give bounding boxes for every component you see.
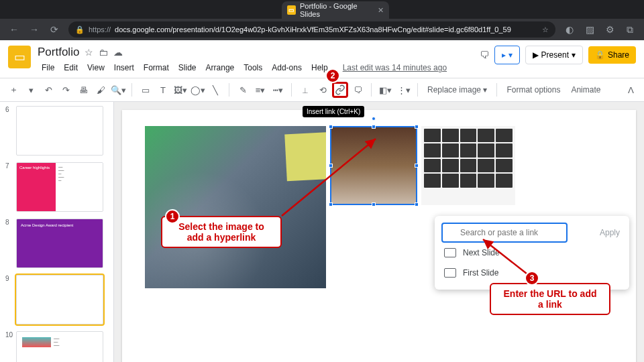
print-button[interactable]: 🖶 bbox=[75, 82, 91, 98]
undo-button[interactable]: ↶ bbox=[40, 82, 56, 98]
slide-thumb-7[interactable]: Career highlights━━━━━━━━━━━━━━━ bbox=[16, 162, 103, 212]
url-prefix: https:// bbox=[89, 25, 111, 34]
last-edit-text[interactable]: Last edit was 14 minutes ago bbox=[339, 62, 451, 74]
back-icon[interactable]: ← bbox=[8, 24, 20, 35]
replace-image-button[interactable]: Replace image ▾ bbox=[423, 85, 491, 95]
svg-line-0 bbox=[282, 139, 376, 216]
new-slide-button[interactable]: ＋ bbox=[5, 82, 21, 98]
callout-number-1: 1 bbox=[165, 209, 180, 224]
lock-icon: 🔒 bbox=[595, 50, 605, 60]
slide-thumb-10[interactable]: ━━━━━━━━━━━ bbox=[16, 331, 103, 362]
ext-icon-2[interactable]: ▨ bbox=[584, 24, 596, 36]
callout-box-1: Select the image to add a hyperlink bbox=[161, 216, 282, 248]
redo-button[interactable]: ↷ bbox=[58, 82, 74, 98]
reset-image-button[interactable]: ⟲ bbox=[315, 82, 331, 98]
tab-title: Portfolio - Google Slides bbox=[300, 2, 374, 18]
format-options-button[interactable]: Format options bbox=[502, 85, 564, 95]
comments-icon[interactable]: 🗨 bbox=[480, 50, 489, 60]
move-icon[interactable]: 🗀 bbox=[99, 47, 108, 58]
thumb-num: 6 bbox=[5, 106, 12, 113]
slides-favicon-icon: ▭ bbox=[287, 5, 296, 15]
ext-icon-3[interactable]: ⚙ bbox=[604, 24, 616, 36]
thumb-num: 9 bbox=[5, 275, 12, 282]
hide-menus-icon[interactable]: ᐱ bbox=[623, 82, 639, 98]
insert-link-button[interactable] bbox=[332, 82, 348, 98]
shape-tool[interactable]: ◯▾ bbox=[190, 82, 206, 98]
slide-image-tools[interactable] bbox=[421, 126, 515, 205]
menu-edit[interactable]: Edit bbox=[60, 62, 82, 74]
present-icon: ▶ bbox=[533, 50, 539, 60]
callout-number-3: 3 bbox=[525, 271, 539, 286]
menu-view[interactable]: View bbox=[83, 62, 109, 74]
main-area: 6 7 Career highlights━━━━━━━━━━━━━━━ 8 A… bbox=[0, 102, 644, 362]
thumb-num: 10 bbox=[5, 331, 12, 339]
line-tool[interactable]: ╲ bbox=[207, 82, 223, 98]
extension-icons: ◐ ▨ ⚙ ⧉ bbox=[564, 24, 636, 36]
toolbar: ＋▾ ↶ ↷ 🖶 🖌 🔍▾ ▭ T 🖼▾ ◯▾ ╲ ✎ ≡▾ ┅▾ ⟂ ⟲ 🗨 … bbox=[0, 78, 644, 102]
ext-icon-4[interactable]: ⧉ bbox=[624, 24, 636, 36]
menu-file[interactable]: File bbox=[38, 62, 58, 74]
ext-icon-1[interactable]: ◐ bbox=[564, 24, 576, 36]
menu-slide[interactable]: Slide bbox=[174, 62, 201, 74]
slide-icon bbox=[444, 268, 456, 278]
menu-bar: File Edit View Insert Format Slide Arran… bbox=[38, 62, 451, 74]
url-bar[interactable]: 🔒 https://docs.google.com/presentation/d… bbox=[68, 21, 555, 38]
border-color-button[interactable]: ✎ bbox=[235, 82, 251, 98]
slide-icon bbox=[444, 248, 456, 257]
reload-icon[interactable]: ⟳ bbox=[48, 24, 60, 35]
present-label: Present bbox=[541, 50, 569, 60]
slide-thumbnail-panel: 6 7 Career highlights━━━━━━━━━━━━━━━ 8 A… bbox=[0, 102, 114, 362]
border-dash-button[interactable]: ┅▾ bbox=[270, 82, 286, 98]
tooltip-insert-link: Insert link (Ctrl+K) bbox=[303, 106, 364, 117]
slides-logo-icon[interactable]: ▭ bbox=[8, 46, 31, 68]
chevron-down-icon[interactable]: ▾ bbox=[23, 82, 39, 98]
star-icon[interactable]: ☆ bbox=[85, 47, 93, 58]
apply-link-button[interactable]: Apply bbox=[597, 225, 623, 240]
crop-button[interactable]: ⟂ bbox=[297, 82, 313, 98]
menu-insert[interactable]: Insert bbox=[110, 62, 138, 74]
callout-number-2: 2 bbox=[325, 68, 340, 83]
slide-thumb-8[interactable]: Acme Design Award recipient bbox=[16, 219, 103, 268]
doc-header: ▭ Portfolio ☆ 🗀 ☁ File Edit View Insert … bbox=[0, 40, 644, 74]
slideshow-button[interactable]: ▸ ▾ bbox=[494, 46, 519, 64]
address-bar-row: ← → ⟳ 🔒 https://docs.google.com/presenta… bbox=[0, 19, 644, 40]
arrow-1 bbox=[275, 132, 382, 219]
forward-icon[interactable]: → bbox=[28, 24, 40, 35]
menu-addons[interactable]: Add-ons bbox=[268, 62, 306, 74]
browser-chrome: ▭ Portfolio - Google Slides ✕ ← → ⟳ 🔒 ht… bbox=[0, 0, 644, 40]
thumb-num: 7 bbox=[5, 162, 12, 170]
url-text: docs.google.com/presentation/d/1O2eg4w02… bbox=[115, 25, 511, 34]
textbox-tool[interactable]: T bbox=[155, 82, 171, 98]
svg-line-1 bbox=[483, 239, 530, 276]
browser-tab[interactable]: ▭ Portfolio - Google Slides ✕ bbox=[282, 1, 389, 19]
cloud-status-icon[interactable]: ☁ bbox=[113, 47, 123, 58]
share-button[interactable]: 🔒 Share bbox=[588, 46, 636, 64]
menu-arrange[interactable]: Arrange bbox=[202, 62, 239, 74]
image-tool[interactable]: 🖼▾ bbox=[172, 82, 189, 98]
paint-format-button[interactable]: 🖌 bbox=[93, 82, 109, 98]
slide-canvas-area: Apply Next Slide First Slide 1 Select th… bbox=[114, 102, 644, 362]
callout-box-3: Enter the URL to add a link bbox=[490, 283, 610, 315]
animate-button[interactable]: Animate bbox=[567, 85, 604, 95]
border-weight-button[interactable]: ≡▾ bbox=[252, 82, 268, 98]
select-tool[interactable]: ▭ bbox=[138, 82, 154, 98]
menu-tools[interactable]: Tools bbox=[239, 62, 266, 74]
mask-button[interactable]: ◧▾ bbox=[377, 82, 393, 98]
zoom-button[interactable]: 🔍▾ bbox=[110, 82, 126, 98]
menu-format[interactable]: Format bbox=[140, 62, 173, 74]
bookmark-icon[interactable]: ☆ bbox=[542, 25, 549, 34]
doc-title[interactable]: Portfolio bbox=[38, 46, 79, 59]
chevron-down-icon: ▾ bbox=[572, 50, 576, 60]
thumb-num: 8 bbox=[5, 219, 12, 226]
slide-thumb-6[interactable] bbox=[16, 106, 103, 156]
tab-strip: ▭ Portfolio - Google Slides ✕ bbox=[0, 0, 644, 19]
comment-button[interactable]: 🗨 bbox=[350, 82, 366, 98]
share-label: Share bbox=[608, 50, 629, 60]
more-button[interactable]: ⋮▾ bbox=[396, 82, 412, 98]
lock-icon: 🔒 bbox=[75, 25, 85, 34]
slide-thumb-9[interactable] bbox=[16, 275, 103, 324]
close-tab-icon[interactable]: ✕ bbox=[378, 6, 384, 15]
present-button[interactable]: ▶ Present ▾ bbox=[525, 46, 583, 64]
